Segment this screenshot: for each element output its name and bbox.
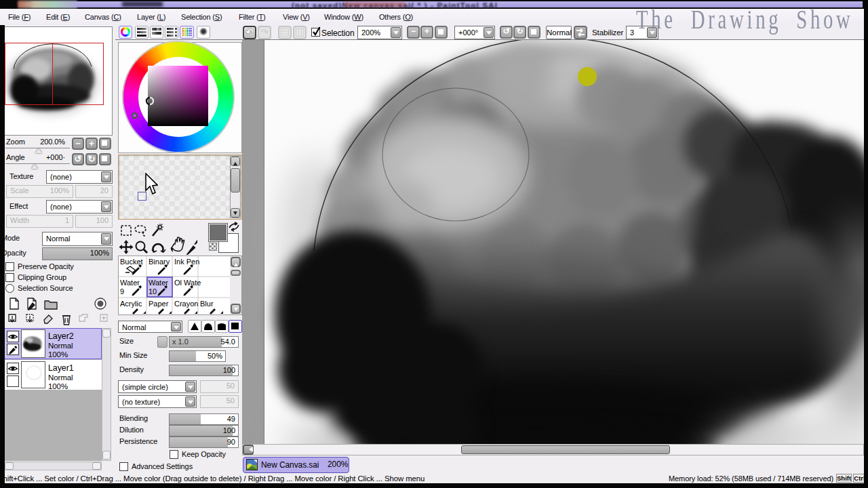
svg-text:Binary: Binary [149, 258, 170, 266]
svg-text:Acrylic: Acrylic [120, 300, 142, 308]
svg-text:Paper: Paper [149, 300, 169, 308]
svg-text:Water: Water [149, 279, 168, 287]
svg-text:10: 10 [149, 287, 157, 296]
svg-text:Bucket: Bucket [120, 258, 143, 266]
svg-text:Ink Pen: Ink Pen [174, 258, 199, 266]
svg-text:Crayon: Crayon [174, 300, 198, 308]
svg-text:Water: Water [120, 279, 140, 287]
svg-text:Blur: Blur [200, 300, 214, 308]
svg-text:9: 9 [120, 287, 124, 296]
svg-text:Ol Wate: Ol Wate [174, 279, 201, 287]
